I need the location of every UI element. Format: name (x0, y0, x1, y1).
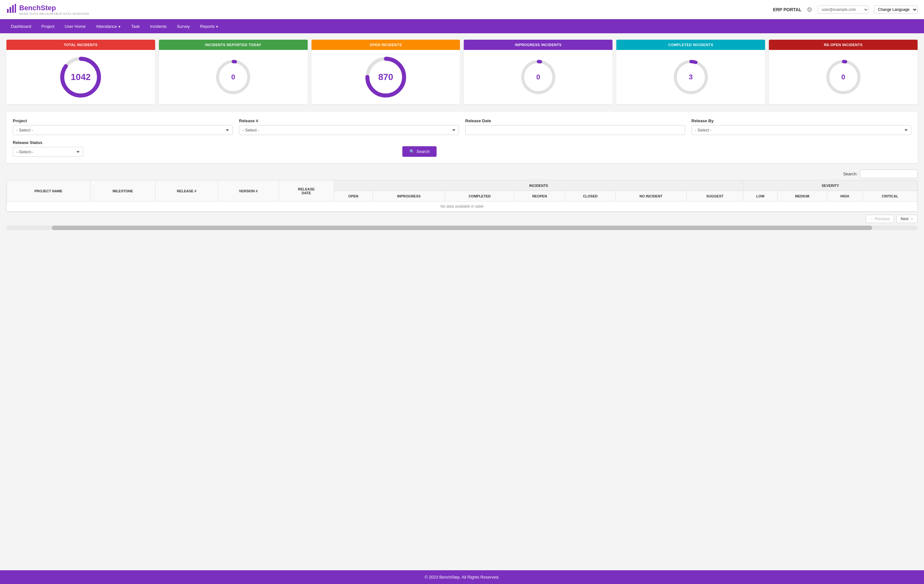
stat-value-open: 870 (378, 72, 393, 82)
donut-total: 1042 (60, 56, 101, 98)
next-button[interactable]: Next → (896, 215, 917, 223)
svg-rect-2 (12, 5, 14, 13)
stat-inprogress: INPROGRESS INCIDENTS 0 (464, 40, 612, 104)
th-release-date: RELEASEDATE (279, 180, 334, 202)
project-select[interactable]: - Select - (13, 125, 233, 135)
stat-value-today: 0 (231, 73, 235, 81)
filter-row-2: Release Status --Select-- 🔍 Search (13, 140, 911, 157)
th-release-num: RELEASE # (155, 180, 218, 202)
pagination-row: ← Previous Next → (7, 215, 917, 223)
logo-area: BenchStep MAKE DATA MEASURABLE DATA MANA… (7, 3, 89, 16)
nav-task[interactable]: Task (127, 21, 144, 32)
th-incidents-group: INCIDENTS (334, 180, 743, 191)
footer: © 2023 BenchStep. All Rights Reserved. (0, 570, 924, 584)
th-no-incident: NO INCIDENT (615, 191, 686, 202)
search-button[interactable]: 🔍 Search (403, 146, 437, 157)
erp-label: ERP PORTAL (773, 7, 802, 12)
stats-row: TOTAL INCIDENTS 1042 INCIDENTS REPORTED … (7, 40, 917, 104)
stat-header-total: TOTAL INCIDENTS (7, 40, 155, 50)
th-severity-group: SEVERITY (743, 180, 917, 191)
stat-open-incidents: OPEN INCIDENTS 870 (312, 40, 460, 104)
donut-open: 870 (365, 56, 406, 98)
user-select[interactable]: user@example.com (817, 5, 869, 14)
th-high: HIGH (827, 191, 863, 202)
th-open: OPEN (334, 191, 373, 202)
stat-completed: COMPLETED INCIDENTS 3 (616, 40, 765, 104)
no-data-cell: No data available in table (7, 202, 917, 212)
stat-header-completed: COMPLETED INCIDENTS (616, 40, 765, 50)
project-label: Project (13, 118, 233, 123)
th-critical: CRITICAL (863, 191, 917, 202)
stat-value-completed: 3 (689, 73, 693, 81)
gear-icon[interactable]: ⚙ (807, 6, 812, 13)
donut-reopen: 0 (826, 60, 861, 95)
stat-header-open: OPEN INCIDENTS (312, 40, 460, 50)
stat-body-open: 870 (362, 50, 410, 104)
release-status-select[interactable]: --Select-- (13, 147, 83, 157)
stat-header-reopen: RE-OPEN INCIDENTS (769, 40, 917, 50)
filter-group-project: Project - Select - (13, 118, 233, 135)
table-search-input[interactable] (860, 170, 917, 178)
th-project-name: PROJECT NAME (7, 180, 91, 202)
nav-reports[interactable]: Reports (196, 21, 223, 32)
scroll-thumb (52, 226, 872, 230)
stat-body-completed: 3 (670, 50, 712, 104)
nav-project[interactable]: Project (37, 21, 59, 32)
stat-header-inprogress: INPROGRESS INCIDENTS (464, 40, 612, 50)
search-icon: 🔍 (409, 149, 414, 154)
th-completed: COMPLETED (445, 191, 514, 202)
release-date-input[interactable] (465, 125, 685, 135)
th-suggest: SUGGEST (686, 191, 743, 202)
filter-group-status: Release Status --Select-- (13, 140, 83, 157)
th-milestone: MILESTONE (90, 180, 155, 202)
filter-group-release-by: Release By - Select - (691, 118, 911, 135)
no-data-row: No data available in table (7, 202, 917, 212)
top-right-area: ERP PORTAL ⚙ user@example.com Change Lan… (773, 5, 917, 14)
filter-group-release: Release # - Select - (239, 118, 459, 135)
search-btn-area: 🔍 Search (258, 146, 581, 157)
filter-group-release-date: Release Date (465, 118, 685, 135)
logo-text: BenchStep MAKE DATA MEASURABLE DATA MANA… (19, 4, 89, 15)
th-reopen: REOPEN (514, 191, 565, 202)
filter-section: Project - Select - Release # - Select - … (7, 112, 917, 163)
stat-reopen: RE-OPEN INCIDENTS 0 (769, 40, 917, 104)
nav-incidents[interactable]: Incidents (145, 21, 171, 32)
release-select[interactable]: - Select - (239, 125, 459, 135)
svg-rect-3 (15, 4, 16, 13)
th-low: LOW (743, 191, 777, 202)
donut-completed: 3 (673, 60, 708, 95)
release-by-label: Release By (691, 118, 911, 123)
nav-attendance[interactable]: Attendance (91, 21, 125, 32)
stat-body-total: 1042 (57, 50, 105, 104)
stat-value-reopen: 0 (841, 73, 845, 81)
app-title: BenchStep (19, 4, 56, 12)
horizontal-scrollbar[interactable] (7, 226, 917, 230)
stat-reported-today: INCIDENTS REPORTED TODAY 0 (159, 40, 308, 104)
th-medium: MEDIUM (777, 191, 827, 202)
nav-dashboard[interactable]: Dashboard (7, 21, 36, 32)
language-select[interactable]: Change Language (874, 5, 917, 14)
nav-bar: Dashboard Project User Home Attendance T… (0, 19, 924, 33)
svg-rect-1 (10, 7, 11, 13)
incidents-table: PROJECT NAME MILESTONE RELEASE # VERSION… (7, 180, 917, 212)
th-closed: CLOSED (565, 191, 615, 202)
th-inprogress: INPROGRESS (373, 191, 445, 202)
stat-body-reopen: 0 (823, 50, 864, 104)
stat-total-incidents: TOTAL INCIDENTS 1042 (7, 40, 155, 104)
nav-user-home[interactable]: User Home (60, 21, 90, 32)
svg-rect-0 (7, 9, 9, 13)
top-bar: BenchStep MAKE DATA MEASURABLE DATA MANA… (0, 0, 924, 19)
stat-body-inprogress: 0 (518, 50, 559, 104)
table-search-row: Search: (7, 170, 917, 178)
release-by-select[interactable]: - Select - (691, 125, 911, 135)
nav-survey[interactable]: Survey (172, 21, 194, 32)
stat-value-inprogress: 0 (536, 73, 540, 81)
filter-row-1: Project - Select - Release # - Select - … (13, 118, 911, 135)
footer-text: © 2023 BenchStep. All Rights Reserved. (425, 575, 500, 579)
donut-inprogress: 0 (521, 60, 556, 95)
table-search-label: Search: (843, 172, 858, 176)
release-status-label: Release Status (13, 140, 83, 145)
previous-button[interactable]: ← Previous (866, 215, 894, 223)
stat-value-total: 1042 (71, 72, 91, 82)
donut-today: 0 (216, 60, 251, 95)
